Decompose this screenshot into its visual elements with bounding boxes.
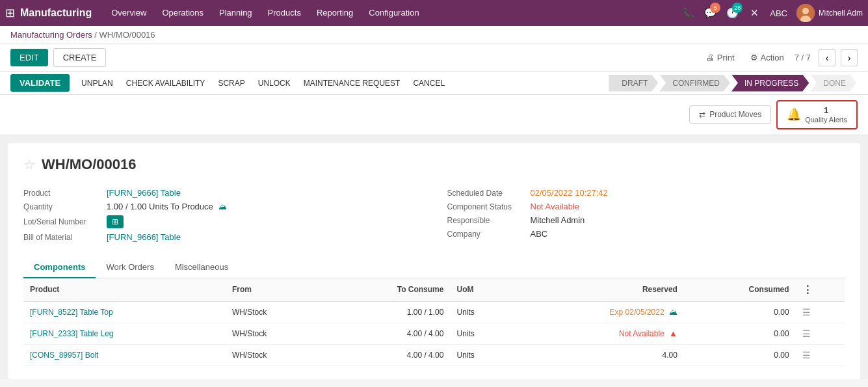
pagination-info: 7 / 7 (795, 53, 811, 62)
field-responsible: Responsible Mitchell Admin (447, 213, 845, 227)
product-value[interactable]: [FURN_9666] Table (107, 188, 181, 198)
breadcrumb: Manufacturing Orders / WH/MO/00016 (0, 26, 868, 44)
quality-alerts-count: 1 (824, 105, 828, 116)
action-label: Action (761, 53, 784, 62)
nav-item-reporting[interactable]: Reporting (310, 0, 360, 26)
field-component-status: Component Status Not Available (447, 200, 845, 213)
row3-list-icon[interactable]: ☰ (796, 344, 845, 366)
bill-of-material-label: Bill of Material (23, 233, 101, 242)
gear-icon: ⚙ (750, 53, 758, 62)
create-button[interactable]: CREATE (53, 48, 107, 67)
responsible-value: Mitchell Admin (531, 215, 585, 225)
action-button[interactable]: ⚙ Action (745, 50, 789, 65)
check-availability-button[interactable]: CHECK AVAILABILITY (120, 75, 212, 92)
row2-reserved: Not Available ▲ (515, 323, 684, 344)
tab-work-orders[interactable]: Work Orders (96, 257, 164, 278)
field-quantity: Quantity 1.00 / 1.00 Units To Produce ⛰ (23, 200, 421, 213)
print-button[interactable]: 🖨 Print (701, 50, 740, 65)
quantity-value: 1.00 / 1.00 Units To Produce (107, 202, 213, 211)
chat-badge: 5 (710, 3, 720, 13)
col-header-reserved: Reserved (515, 278, 684, 302)
form-container: ☆ WH/MO/00016 Product [FURN_9666] Table … (8, 143, 860, 379)
user-name: Mitchell Adm (819, 8, 863, 18)
row2-warn-icon[interactable]: ▲ (669, 328, 677, 338)
field-product: Product [FURN_9666] Table (23, 186, 421, 200)
chat-icon[interactable]: 💬 5 (701, 4, 719, 22)
row1-uom: Units (450, 301, 514, 323)
tabs: Components Work Orders Miscellaneous (23, 257, 845, 278)
action-bar: EDIT CREATE 🖨 Print ⚙ Action 7 / 7 ‹ › (0, 44, 868, 72)
unplan-button[interactable]: UNPLAN (75, 75, 120, 92)
smart-buttons-bar: ⇄ Product Moves 🔔 1 Quality Alerts (0, 95, 868, 135)
activity-icon[interactable]: 🕐 28 (723, 4, 741, 22)
row1-list-icon[interactable]: ☰ (796, 301, 845, 323)
pagination-prev[interactable]: ‹ (819, 49, 835, 66)
pagination-next[interactable]: › (841, 49, 858, 66)
close-icon[interactable]: ✕ (745, 4, 763, 22)
row3-reserved: 4.00 (515, 344, 684, 366)
print-label: Print (717, 53, 735, 62)
activity-badge: 28 (732, 3, 743, 13)
favorite-star-icon[interactable]: ☆ (23, 157, 35, 172)
tab-miscellaneous[interactable]: Miscellaneous (164, 257, 239, 278)
nav-item-planning[interactable]: Planning (213, 0, 259, 26)
row3-uom: Units (450, 344, 514, 366)
form-title-row: ☆ WH/MO/00016 (23, 156, 845, 173)
product-moves-button[interactable]: ⇄ Product Moves (689, 105, 771, 124)
tab-components[interactable]: Components (23, 257, 96, 278)
company-value: ABC (531, 229, 548, 239)
row2-to-consume: 4.00 / 4.00 (325, 323, 450, 344)
form-fields-left: Product [FURN_9666] Table Quantity 1.00 … (23, 186, 421, 244)
user-avatar (796, 4, 815, 22)
scheduled-date-label: Scheduled Date (447, 189, 525, 198)
field-company: Company ABC (447, 227, 845, 241)
nav-item-configuration[interactable]: Configuration (362, 0, 425, 26)
nav-item-overview[interactable]: Overview (105, 0, 153, 26)
col-header-to-consume: To Consume (325, 278, 450, 302)
nav-item-operations[interactable]: Operations (155, 0, 210, 26)
responsible-label: Responsible (447, 216, 525, 225)
breadcrumb-current: WH/MO/00016 (99, 30, 155, 40)
content-area: ⇄ Product Moves 🔔 1 Quality Alerts ☆ WH/… (0, 95, 868, 379)
col-header-uom: UoM (450, 278, 514, 302)
form-fields: Product [FURN_9666] Table Quantity 1.00 … (23, 186, 845, 244)
row2-list-icon[interactable]: ☰ (796, 323, 845, 344)
table-menu-icon[interactable]: ⋮ (802, 284, 813, 295)
top-navigation: ⊞ Manufacturing Overview Operations Plan… (0, 0, 868, 26)
breadcrumb-parent[interactable]: Manufacturing Orders (10, 30, 92, 40)
cancel-button[interactable]: CANCEL (406, 75, 451, 92)
unlock-button[interactable]: UNLOCK (252, 75, 297, 92)
product-label: Product (23, 189, 101, 198)
field-bill-of-material: Bill of Material [FURN_9666] Table (23, 230, 421, 244)
user-menu[interactable]: Mitchell Adm (796, 4, 863, 22)
app-grid-icon[interactable]: ⊞ (5, 6, 15, 20)
row2-uom: Units (450, 323, 514, 344)
nav-item-products[interactable]: Products (261, 0, 308, 26)
edit-button[interactable]: EDIT (10, 49, 48, 66)
row3-product[interactable]: [CONS_89957] Bolt (23, 344, 226, 366)
step-done: DONE (810, 75, 856, 92)
col-header-from: From (226, 278, 326, 302)
quantity-chart-icon[interactable]: ⛰ (218, 202, 227, 211)
scrap-button[interactable]: SCRAP (211, 75, 251, 92)
bill-of-material-value[interactable]: [FURN_9666] Table (107, 232, 181, 242)
row2-consumed: 0.00 (684, 323, 796, 344)
row1-chart-icon[interactable]: ⛰ (669, 307, 677, 317)
col-header-actions: ⋮ (796, 278, 845, 302)
col-header-consumed: Consumed (684, 278, 796, 302)
breadcrumb-separator: / (94, 30, 99, 40)
row3-consumed: 0.00 (684, 344, 796, 366)
maintenance-request-button[interactable]: MAINTENANCE REQUEST (297, 75, 407, 92)
row2-product[interactable]: [FURN_2333] Table Leg (23, 323, 226, 344)
lot-serial-button[interactable]: ⊞ (107, 215, 124, 228)
company-label: Company (447, 230, 525, 239)
status-bar: VALIDATE UNPLAN CHECK AVAILABILITY SCRAP… (0, 72, 868, 95)
row3-to-consume: 4.00 / 4.00 (325, 344, 450, 366)
validate-button[interactable]: VALIDATE (10, 74, 70, 92)
row1-product[interactable]: [FURN_8522] Table Top (23, 301, 226, 323)
quality-alerts-button[interactable]: 🔔 1 Quality Alerts (776, 100, 858, 129)
table-row: [FURN_8522] Table Top WH/Stock 1.00 / 1.… (23, 301, 845, 323)
row2-from: WH/Stock (226, 323, 326, 344)
phone-icon[interactable]: 📞 (679, 4, 697, 22)
component-status-label: Component Status (447, 202, 525, 211)
